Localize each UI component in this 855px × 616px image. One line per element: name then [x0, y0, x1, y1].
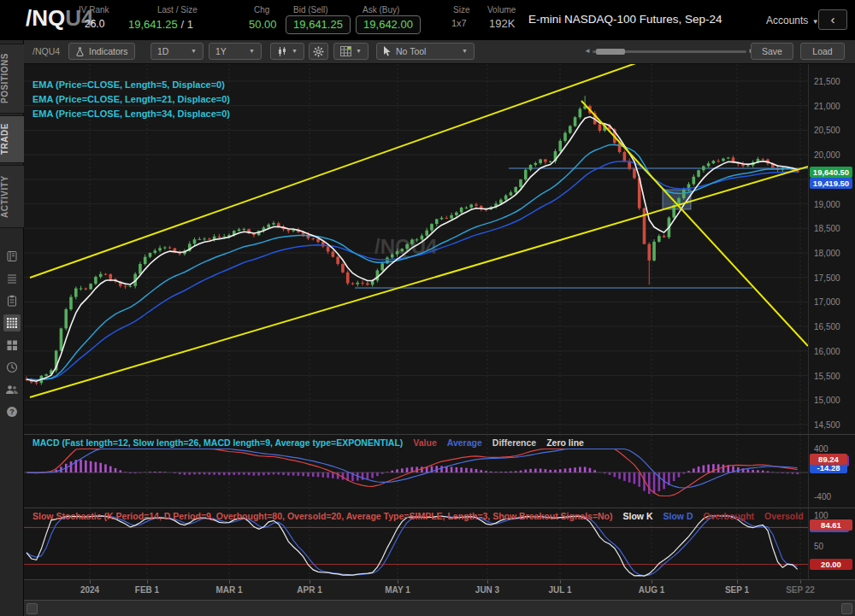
stoch-legend-slow-d: Slow D [663, 511, 693, 521]
macd-panel[interactable]: 400-400-14.2889.24 MACD (Fast length=12,… [24, 434, 855, 507]
time-tick [737, 580, 738, 584]
chart-toolbar: /NQU4 Indicators 1D▼ 1Y▼ ▼ ▼ [24, 40, 855, 64]
volume-value: 192K [489, 17, 515, 30]
last-size-label: Last / Size [157, 5, 198, 15]
time-tick [229, 580, 230, 584]
ema34-label[interactable]: EMA (Price=CLOSE, Length=34, Displace=0) [32, 109, 230, 119]
last-size: / 1 [180, 18, 192, 31]
clipboard-icon[interactable] [3, 292, 21, 309]
load-label: Load [812, 44, 832, 59]
price-tick: 21,000 [814, 102, 840, 111]
macd-legend-difference: Difference [492, 437, 536, 448]
load-button[interactable]: Load [800, 43, 845, 60]
chart-icon[interactable] [3, 314, 21, 331]
scroll-left-box[interactable] [27, 603, 38, 614]
time-label: FEB 1 [135, 585, 159, 595]
stochastic-axis: 1005084.6120.00 [808, 508, 855, 579]
help-icon[interactable]: ? [3, 403, 21, 420]
price-bubble: 19,419.50 [810, 178, 852, 189]
accounts-label[interactable]: Accounts [766, 15, 808, 26]
stoch-value-bubble: 20.00 [810, 559, 852, 570]
last-size-value: 19,641.25 / 1 [128, 18, 193, 31]
last-price: 19,641.25 [128, 18, 178, 31]
range-value: 1Y [215, 44, 227, 59]
time-axis[interactable]: 2024FEB 1MAR 1APR 1MAY 1JUN 3JUL 1AUG 1S… [24, 579, 855, 600]
indicators-label: Indicators [89, 44, 128, 59]
scroll-right-box[interactable] [841, 603, 852, 614]
macd-value-bubble: 89.24 [810, 454, 847, 465]
collapse-panel-button[interactable]: ‹ [818, 9, 847, 30]
size-label: Size [453, 5, 469, 15]
time-label: SEP 22 [786, 585, 815, 595]
timeframe-dropdown[interactable]: 1D▼ [150, 43, 203, 60]
accounts-dropdown[interactable]: Accounts ▼ [766, 12, 819, 27]
list-icon[interactable] [3, 270, 21, 287]
time-label: MAR 1 [215, 585, 242, 595]
sidebar-tab-positions[interactable]: POSITIONS [0, 44, 24, 114]
price-tick: 16,500 [814, 322, 840, 331]
price-axis[interactable]: 21,50021,00020,50020,00019,50019,00018,5… [808, 64, 855, 434]
book-icon[interactable] [3, 248, 21, 265]
ask-button[interactable]: 19,642.00 [356, 15, 421, 34]
chevron-down-icon: ▼ [462, 44, 468, 59]
price-tick: 21,500 [814, 77, 840, 86]
stoch-tick: 50 [814, 542, 823, 551]
macd-axis: 400-400-14.2889.24 [808, 435, 855, 507]
sidebar-tab-activity[interactable]: ACTIVITY [0, 165, 24, 228]
iv-rank-value: 26.0 [85, 18, 104, 30]
trading-platform-window: /NQU4 IV Rank 26.0 Last / Size 19,641.25… [0, 0, 855, 616]
time-tick [560, 580, 561, 584]
time-label: AUG 1 [639, 585, 665, 595]
price-tick: 19,000 [814, 200, 840, 209]
macd-study-label[interactable]: MACD (Fast length=12, Slow length=26, MA… [32, 437, 403, 448]
ema21-label[interactable]: EMA (Price=CLOSE, Length=21, Displace=0) [32, 94, 230, 104]
stoch-legend-slow-k: Slow K [623, 511, 653, 521]
macd-tick: 400 [814, 444, 828, 454]
grid-layout-dropdown[interactable]: ▼ [333, 43, 369, 60]
save-button[interactable]: Save [751, 43, 793, 60]
flask-icon [75, 47, 85, 56]
bid-label: Bid (Sell) [293, 5, 328, 15]
contract-description: E-mini NASDAQ-100 Futures, Sep-24 [528, 13, 722, 26]
time-label: APR 1 [297, 585, 321, 595]
time-tick [310, 580, 310, 584]
stochastic-study-label[interactable]: Slow Stochastic (K Period=14, D Period=9… [32, 511, 613, 521]
volume-label: Volume [487, 5, 516, 15]
people-icon[interactable] [3, 381, 21, 398]
time-label: 2024 [80, 585, 99, 595]
price-chart-panel[interactable]: /NQU4 21,50021,00020,50020,00019,50019,0… [24, 64, 855, 434]
chevron-down-icon: ▼ [356, 44, 362, 59]
size-value: 1x7 [451, 18, 467, 28]
range-dropdown[interactable]: 1Y▼ [209, 43, 262, 60]
stochastic-panel[interactable]: 1005084.6120.00 Slow Stochastic (K Perio… [24, 507, 855, 579]
grid-icon [340, 46, 351, 56]
time-tick [398, 580, 398, 584]
grid-apps-icon[interactable] [3, 337, 21, 354]
slider-handle[interactable] [596, 49, 625, 55]
price-tick: 14,500 [814, 420, 840, 430]
time-label: JUN 3 [475, 585, 499, 595]
save-label: Save [762, 44, 782, 59]
bottom-scroll-strip[interactable] [24, 600, 855, 616]
macd-tick: -400 [814, 492, 831, 502]
chart-settings-button[interactable] [309, 43, 328, 60]
chevron-down-icon: ▼ [292, 44, 298, 59]
price-tick: 15,000 [814, 396, 840, 405]
chart-type-dropdown[interactable]: ▼ [270, 43, 304, 60]
slider-left-arrow-icon[interactable]: ◄ [584, 47, 591, 55]
cursor-icon [383, 46, 392, 56]
clock-icon[interactable] [3, 359, 21, 376]
chg-value: 50.00 [249, 18, 277, 31]
bid-button[interactable]: 19,641.25 [286, 15, 351, 34]
price-tick: 15,500 [814, 372, 840, 381]
chevron-left-icon[interactable]: ‹ [818, 9, 847, 30]
drawing-tool-dropdown[interactable]: No Tool ▼ [376, 43, 475, 60]
macd-legend-zero-line: Zero line [546, 437, 584, 448]
chart-module: /NQU4 Indicators 1D▼ 1Y▼ ▼ ▼ [24, 40, 855, 616]
sidebar-tab-trade[interactable]: TRADE [0, 115, 24, 163]
zoom-slider[interactable]: ◄ ► [584, 49, 755, 54]
symbol-root: /NQ [26, 5, 65, 31]
time-tick [90, 580, 91, 584]
ema5-label[interactable]: EMA (Price=CLOSE, Length=5, Displace=0) [32, 79, 230, 90]
indicators-button[interactable]: Indicators [68, 43, 135, 60]
